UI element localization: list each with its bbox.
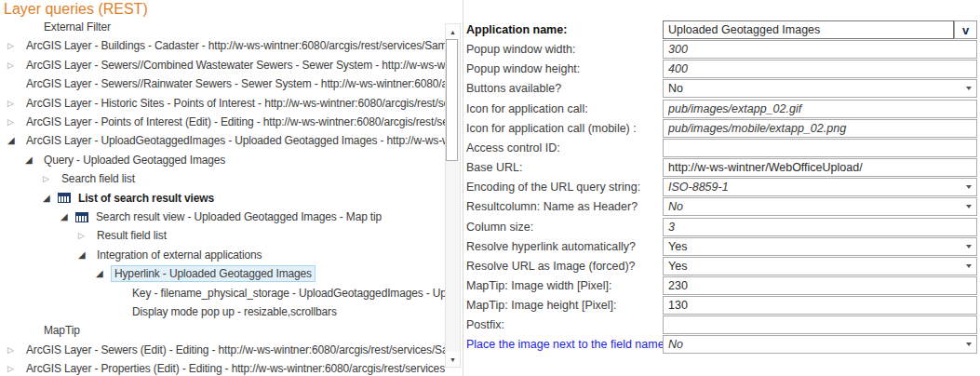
maptip-image-width-input[interactable]: 230 [663, 276, 977, 295]
dropdown-arrow-icon[interactable] [966, 185, 972, 189]
column-size-label: Column size: [466, 218, 533, 236]
image-next-to-field-name-label[interactable]: Place the image next to the field name? [466, 335, 671, 354]
tree-item[interactable]: ▷Result field list [0, 226, 445, 245]
icon-application-call-label: Icon for application call: [466, 100, 588, 118]
maptip-image-height-value: 130 [668, 299, 972, 312]
maptip-image-height-input[interactable]: 130 [663, 296, 977, 315]
image-next-to-field-name-value: No [668, 338, 962, 351]
scroll-down-button[interactable]: ▼ [446, 352, 460, 367]
tree-item-label: ArcGIS Layer - Historic Sites - Points o… [22, 95, 445, 112]
icon-application-call-mobile-input[interactable]: pub/images/mobile/extapp_02.png [663, 119, 977, 138]
base-url-value: http://w-ws-wintner/WebOfficeUpload/ [668, 161, 972, 174]
image-next-to-field-name-input[interactable]: No [663, 335, 977, 354]
tree-item[interactable]: External Filter [0, 18, 445, 36]
dropdown-arrow-icon[interactable] [966, 87, 972, 90]
base-url-input[interactable]: http://w-ws-wintner/WebOfficeUpload/ [663, 158, 977, 177]
scrollbar-thumb[interactable] [446, 39, 458, 161]
expander-expanded-icon[interactable]: ◢ [7, 133, 22, 148]
resolve-url-as-image-input[interactable]: Yes [663, 257, 977, 275]
tree-item[interactable]: ArcGIS Layer - Sewers//Rainwater Sewers … [0, 74, 445, 93]
buttons-available-input[interactable]: No [663, 79, 977, 98]
tree-item-label: ArcGIS Layer - Properties (Edit) - Editi… [22, 360, 445, 376]
tree-item[interactable]: ◢Search result view - Uploaded Geotagged… [0, 208, 445, 226]
popup-window-width-input[interactable]: 300 [663, 40, 977, 59]
expander-collapsed-icon[interactable]: ▷ [43, 171, 58, 186]
tree-item[interactable]: ◢ArcGIS Layer - UploadGeotaggedImages - … [0, 131, 445, 150]
tree-item[interactable]: MapTip [0, 321, 445, 340]
expander-collapsed-icon[interactable]: ▷ [7, 96, 22, 111]
resolve-url-as-image-value: Yes [668, 260, 962, 273]
application-name-input[interactable]: Uploaded Geotagged Images [663, 20, 954, 39]
tree-item-label: Search result view - Uploaded Geotagged … [92, 208, 385, 225]
expander-collapsed-icon[interactable]: ▷ [7, 342, 22, 357]
buttons-available-value: No [668, 82, 962, 95]
url-encoding-label: Encoding of the URL query string: [466, 178, 640, 196]
tree-item[interactable]: ◢List of search result views [0, 189, 445, 208]
tree-item[interactable]: Key - filename_physical_storage - Upload… [0, 284, 445, 302]
resolve-hyperlink-label: Resolve hyperlink automatically? [466, 237, 636, 256]
tree-item-label: Query - Uploaded Geotagged Images [40, 152, 229, 168]
expander-expanded-icon[interactable]: ◢ [96, 266, 111, 281]
column-size-input[interactable]: 3 [663, 218, 977, 236]
tree-item[interactable]: Display mode pop up - resizable,scrollba… [0, 302, 445, 321]
resultcolumn-header-label: Resultcolumn: Name as Header? [466, 197, 638, 216]
tree-item[interactable]: ▷ArcGIS Layer - Points of Interest (Edit… [0, 113, 445, 131]
expander-collapsed-icon[interactable]: ▷ [7, 58, 22, 73]
popup-window-height-input[interactable]: 400 [663, 60, 977, 78]
url-encoding-value: ISO-8859-1 [668, 181, 962, 194]
icon-application-call-value: pub/images/extapp_02.gif [668, 102, 972, 115]
expander-collapsed-icon[interactable]: ▷ [7, 38, 22, 53]
application-name-value: Uploaded Geotagged Images [668, 23, 948, 36]
tree-item[interactable]: ▷Search field list [0, 169, 445, 188]
icon-application-call-input[interactable]: pub/images/extapp_02.gif [663, 100, 977, 118]
dropdown-arrow-icon[interactable] [966, 264, 972, 268]
resolve-url-as-image-label: Resolve URL as Image (forced)? [466, 257, 636, 275]
dropdown-arrow-icon[interactable] [966, 342, 972, 346]
expander-expanded-icon[interactable]: ◢ [43, 191, 58, 206]
tree-item-label: Hyperlink - Uploaded Geotagged Images [111, 265, 315, 282]
tree-item-selected[interactable]: ◢Hyperlink - Uploaded Geotagged Images [0, 264, 445, 283]
properties-panel: Application name:Uploaded Geotagged Imag… [463, 0, 980, 376]
expander-expanded-icon[interactable]: ◢ [78, 248, 93, 262]
expander-collapsed-icon[interactable]: ▷ [78, 228, 93, 243]
scroll-up-button[interactable]: ▲ [446, 24, 460, 39]
tree-item-label: Display mode pop up - resizable,scrollba… [128, 303, 341, 320]
resolve-hyperlink-value: Yes [668, 240, 962, 253]
tree-item[interactable]: ▷ArcGIS Layer - Sewers (Edit) - Editing … [0, 341, 445, 359]
postfix-input[interactable] [663, 316, 977, 334]
tree-item-label: ArcGIS Layer - Sewers (Edit) - Editing -… [22, 342, 445, 358]
tree-item[interactable]: ▷ArcGIS Layer - Historic Sites - Points … [0, 94, 445, 113]
expander-collapsed-icon[interactable]: ▷ [7, 114, 22, 129]
combobox-open-button[interactable]: v [954, 20, 977, 39]
tree-item[interactable]: ▷ArcGIS Layer - Properties (Edit) - Edit… [0, 359, 445, 376]
tree-item-label: Search field list [58, 170, 139, 187]
tree-scrollbar[interactable]: ▲ ▼ [445, 23, 461, 368]
resultcolumn-header-input[interactable]: No [663, 197, 977, 216]
tree-item[interactable]: ◢Query - Uploaded Geotagged Images [0, 151, 445, 169]
expander-expanded-icon[interactable]: ◢ [60, 209, 75, 224]
column-size-value: 3 [668, 221, 972, 234]
base-url-label: Base URL: [466, 158, 522, 177]
expander-expanded-icon[interactable]: ◢ [25, 153, 40, 168]
popup-window-height-label: Popup window height: [466, 60, 580, 78]
maptip-image-height-label: MapTip: Image height [Pixel]: [466, 296, 616, 315]
tree-item-label: ArcGIS Layer - Sewers//Rainwater Sewers … [22, 75, 445, 92]
resultcolumn-header-value: No [668, 200, 962, 213]
tree-item-label: ArcGIS Layer - Buildings - Cadaster - ht… [22, 37, 445, 54]
url-encoding-input[interactable]: ISO-8859-1 [663, 178, 977, 196]
tree-item-label: External Filter [40, 19, 114, 35]
access-control-id-input[interactable] [663, 139, 977, 157]
tree-item[interactable]: ◢Integration of external applications [0, 246, 445, 264]
tree-item[interactable]: ▷ArcGIS Layer - Sewers//Combined Wastewa… [0, 56, 445, 74]
resolve-hyperlink-input[interactable]: Yes [663, 237, 977, 256]
icon-application-call-mobile-value: pub/images/mobile/extapp_02.png [668, 122, 972, 135]
popup-window-width-value: 300 [668, 43, 972, 56]
popup-window-height-value: 400 [668, 62, 972, 75]
tree-item-label: Integration of external applications [93, 247, 265, 263]
tree-item[interactable]: ▷ArcGIS Layer - Buildings - Cadaster - h… [0, 36, 445, 55]
expander-collapsed-icon[interactable]: ▷ [7, 361, 22, 376]
postfix-label: Postfix: [466, 316, 504, 334]
tree-item-label: ArcGIS Layer - UploadGeotaggedImages - U… [22, 132, 445, 149]
dropdown-arrow-icon[interactable] [966, 205, 972, 208]
dropdown-arrow-icon[interactable] [966, 245, 972, 248]
